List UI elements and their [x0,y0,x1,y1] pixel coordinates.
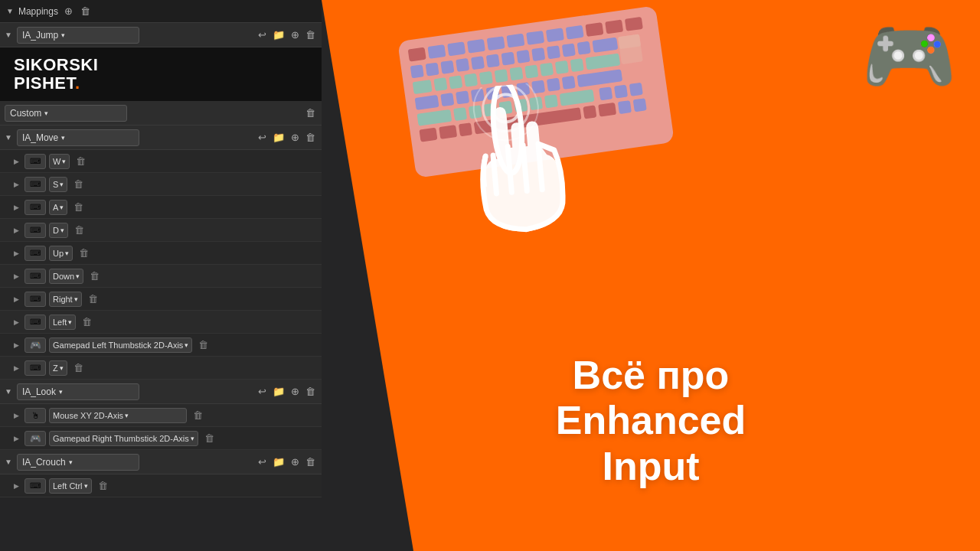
ia-jump-collapse[interactable]: ▼ [5,31,12,39]
left-panel: ▼ Mappings ⊕ 🗑 ▼ IA_Jump ↩ 📁 ⊕ 🗑 SIKORSK… [0,0,322,551]
ia-look-icons: ↩ 📁 ⊕ 🗑 [256,386,317,397]
key-gamepad-left-dropdown[interactable]: Gamepad Left Thumbstick 2D-Axis [49,337,192,353]
mappings-collapse-arrow[interactable]: ▼ [6,7,14,15]
row-expand[interactable]: ▶ [14,341,21,349]
svg-rect-4 [467,39,485,54]
keyboard-icon: ⌨ [24,177,46,192]
svg-rect-7 [526,31,544,45]
ia-look-add-btn[interactable]: ⊕ [289,386,301,397]
row-expand[interactable]: ▶ [14,435,21,442]
ia-jump-dropdown[interactable]: IA_Jump [17,27,139,44]
row-delete-button[interactable]: 🗑 [96,480,109,491]
row-delete-button[interactable]: 🗑 [77,247,90,259]
row-expand[interactable]: ▶ [14,249,21,257]
key-down-dropdown[interactable]: Down [49,269,83,284]
ia-crouch-save-btn[interactable]: 📁 [271,456,286,468]
ia-move-collapse[interactable]: ▼ [5,133,12,142]
row-delete-button[interactable]: 🗑 [72,201,85,213]
key-mouse-dropdown[interactable]: Mouse XY 2D-Axis [49,408,187,423]
svg-rect-18 [486,54,500,67]
svg-rect-9 [566,25,584,40]
svg-rect-39 [440,93,454,106]
row-delete-button[interactable]: 🗑 [74,155,87,167]
row-expand[interactable]: ▶ [14,272,21,280]
row-delete-button[interactable]: 🗑 [72,178,85,190]
custom-row: Custom 🗑 [0,101,322,126]
ia-move-delete-btn[interactable]: 🗑 [304,132,317,143]
row-expand[interactable]: ▶ [14,482,21,490]
key-gamepad-right-dropdown[interactable]: Gamepad Right Thumbstick 2D-Axis [49,431,198,446]
keyboard-icon: ⌨ [24,154,46,169]
key-w-dropdown[interactable]: W [49,154,70,169]
ia-move-add-btn[interactable]: ⊕ [289,132,301,143]
mouse-icon: 🖱 [24,408,46,423]
ia-look-dropdown[interactable]: IA_Look [17,383,139,400]
row-delete-button[interactable]: 🗑 [80,316,93,328]
mappings-delete-button[interactable]: 🗑 [79,5,92,17]
row-expand[interactable]: ▶ [14,295,21,303]
ia-move-reset-btn[interactable]: ↩ [256,132,268,143]
svg-rect-33 [524,65,538,79]
custom-icons: 🗑 [304,107,317,119]
mappings-add-button[interactable]: ⊕ [63,5,74,17]
key-z-dropdown[interactable]: Z [49,360,67,376]
row-delete-button[interactable]: 🗑 [87,293,100,305]
svg-rect-29 [464,73,478,87]
ia-crouch-collapse[interactable]: ▼ [5,458,12,466]
custom-delete-btn[interactable]: 🗑 [304,107,317,119]
custom-dropdown[interactable]: Custom [5,105,127,122]
svg-rect-31 [495,69,508,83]
ia-move-dropdown[interactable]: IA_Move [17,129,139,146]
ia-crouch-delete-btn[interactable]: 🗑 [304,456,317,468]
row-delete-button[interactable]: 🗑 [73,224,86,236]
ia-move-icons: ↩ 📁 ⊕ 🗑 [256,132,317,143]
svg-rect-26 [413,80,433,94]
svg-rect-11 [605,20,623,34]
row-delete-button[interactable]: 🗑 [88,270,101,282]
row-expand[interactable]: ▶ [14,364,21,372]
key-leftctrl-dropdown[interactable]: Left Ctrl [49,478,92,494]
row-expand[interactable]: ▶ [14,227,21,234]
key-left-dropdown[interactable]: Left [49,315,76,330]
keyboard-icon: ⌨ [24,360,46,376]
row-delete-button[interactable]: 🗑 [203,432,216,444]
ia-look-delete-btn[interactable]: 🗑 [304,386,317,397]
svg-rect-36 [570,58,584,72]
ia-look-collapse[interactable]: ▼ [5,387,12,396]
key-right-dropdown[interactable]: Right [49,292,82,307]
svg-rect-34 [540,63,554,77]
ia-look-save-btn[interactable]: 📁 [271,386,286,397]
row-expand[interactable]: ▶ [14,412,21,419]
ia-jump-label: IA_Jump [22,30,58,41]
ia-jump-reset-btn[interactable]: ↩ [256,29,268,41]
ia-jump-save-btn[interactable]: 📁 [271,29,286,41]
ia-crouch-dropdown[interactable]: IA_Crouch [17,454,139,471]
table-row: ▶ ⌨ Down 🗑 [0,265,322,288]
section-ia-look: ▼ IA_Look ↩ 📁 ⊕ 🗑 [0,380,322,404]
ia-look-reset-btn[interactable]: ↩ [256,386,268,397]
row-expand[interactable]: ▶ [14,181,21,188]
ia-jump-add-btn[interactable]: ⊕ [289,29,301,41]
svg-rect-3 [447,41,466,56]
ia-crouch-reset-btn[interactable]: ↩ [256,456,268,468]
right-text-block: Всё про Enhanced Input [322,353,980,490]
svg-rect-20 [516,50,530,64]
key-a-dropdown[interactable]: A [49,200,67,215]
svg-rect-24 [577,41,591,55]
row-delete-button[interactable]: 🗑 [197,339,210,350]
svg-rect-50 [453,107,467,121]
svg-rect-13 [410,64,424,78]
table-row: ▶ ⌨ Up 🗑 [0,242,322,265]
right-title-line1: Всё про [322,353,980,399]
ia-jump-delete-btn[interactable]: 🗑 [304,29,317,41]
row-expand[interactable]: ▶ [14,318,21,326]
key-d-dropdown[interactable]: D [49,223,68,238]
ia-move-save-btn[interactable]: 📁 [271,132,286,143]
row-delete-button[interactable]: 🗑 [72,362,85,373]
key-up-dropdown[interactable]: Up [49,246,73,261]
ia-crouch-add-btn[interactable]: ⊕ [289,456,301,468]
key-s-dropdown[interactable]: S [49,177,67,192]
row-expand[interactable]: ▶ [14,204,21,211]
row-delete-button[interactable]: 🗑 [191,409,204,421]
row-expand[interactable]: ▶ [14,158,21,165]
